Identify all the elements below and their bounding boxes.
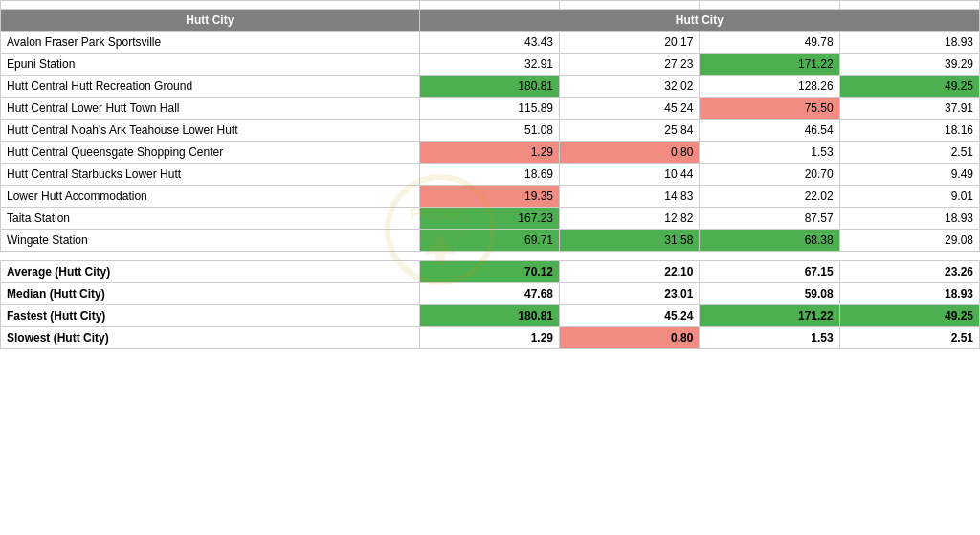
cell-location: Taita Station	[1, 208, 420, 230]
cell-summary-label: Median (Hutt City)	[1, 283, 420, 305]
cell-summary-skinny-dl: 1.53	[700, 327, 839, 349]
cell-summary-label: Slowest (Hutt City)	[1, 327, 420, 349]
cell-skinny-ul: 9.49	[839, 164, 979, 186]
cell-summary-spark-dl: 1.29	[419, 327, 559, 349]
cell-summary-skinny-dl: 171.22	[700, 305, 839, 327]
cell-skinny-ul: 9.01	[839, 186, 979, 208]
cell-summary-skinny-ul: 18.93	[839, 283, 979, 305]
cell-summary-spark-ul: 22.10	[560, 261, 700, 283]
table-row: Epuni Station 32.91 27.23 171.22 39.29	[1, 54, 980, 76]
table-row: Avalon Fraser Park Sportsville 43.43 20.…	[1, 32, 980, 54]
cell-spark-ul: 45.24	[560, 98, 700, 120]
cell-skinny-dl: 20.70	[700, 164, 839, 186]
cell-spark-ul: 20.17	[560, 32, 700, 54]
cell-skinny-ul: 39.29	[839, 54, 979, 76]
group-header-row: Hutt City Hutt City	[1, 10, 980, 32]
table-row: Wingate Station 69.71 31.58 68.38 29.08	[1, 230, 980, 252]
cell-skinny-ul: 18.93	[839, 32, 979, 54]
cell-spark-dl: 115.89	[419, 98, 559, 120]
header-skinny-download	[700, 1, 839, 10]
cell-location: Epuni Station	[1, 54, 420, 76]
spacer-row	[1, 252, 980, 261]
cell-spark-dl: 43.43	[419, 32, 559, 54]
table-row: Lower Hutt Accommodation 19.35 14.83 22.…	[1, 186, 980, 208]
cell-location: Hutt Central Hutt Recreation Ground	[1, 76, 420, 98]
cell-spark-dl: 69.71	[419, 230, 559, 252]
cell-spark-dl: 32.91	[419, 54, 559, 76]
cell-summary-skinny-dl: 67.15	[700, 261, 839, 283]
cell-spark-ul: 27.23	[560, 54, 700, 76]
table-row: Hutt Central Starbucks Lower Hutt 18.69 …	[1, 164, 980, 186]
cell-location: Wingate Station	[1, 230, 420, 252]
cell-skinny-dl: 49.78	[700, 32, 839, 54]
cell-skinny-ul: 18.93	[839, 208, 979, 230]
table-row: Hutt Central Noah's Ark Teahouse Lower H…	[1, 120, 980, 142]
cell-spark-dl: 167.23	[419, 208, 559, 230]
cell-skinny-dl: 128.26	[700, 76, 839, 98]
table-row: Taita Station 167.23 12.82 87.57 18.93	[1, 208, 980, 230]
cell-spark-ul: 12.82	[560, 208, 700, 230]
cell-location: Hutt Central Noah's Ark Teahouse Lower H…	[1, 120, 420, 142]
summary-row: Median (Hutt City) 47.68 23.01 59.08 18.…	[1, 283, 980, 305]
cell-summary-label: Average (Hutt City)	[1, 261, 420, 283]
cell-skinny-ul: 49.25	[839, 76, 979, 98]
cell-skinny-ul: 29.08	[839, 230, 979, 252]
cell-spark-dl: 19.35	[419, 186, 559, 208]
cell-skinny-dl: 22.02	[700, 186, 839, 208]
cell-spark-dl: 1.29	[419, 142, 559, 164]
header-spark-download	[419, 1, 559, 10]
cell-spark-dl: 51.08	[419, 120, 559, 142]
cell-location: Lower Hutt Accommodation	[1, 186, 420, 208]
cell-spark-dl: 18.69	[419, 164, 559, 186]
summary-row: Slowest (Hutt City) 1.29 0.80 1.53 2.51	[1, 327, 980, 349]
group-header-label: Hutt City	[419, 10, 979, 32]
header-skinny-upload	[839, 1, 979, 10]
table-row: Hutt Central Lower Hutt Town Hall 115.89…	[1, 98, 980, 120]
cell-skinny-ul: 18.16	[839, 120, 979, 142]
cell-summary-spark-ul: 0.80	[560, 327, 700, 349]
cell-skinny-ul: 2.51	[839, 142, 979, 164]
cell-summary-spark-ul: 45.24	[560, 305, 700, 327]
header-spark-upload	[560, 1, 700, 10]
cell-summary-spark-dl: 180.81	[419, 305, 559, 327]
cell-summary-spark-ul: 23.01	[560, 283, 700, 305]
cell-spark-ul: 10.44	[560, 164, 700, 186]
header-location	[1, 1, 420, 10]
table-row: Hutt Central Hutt Recreation Ground 180.…	[1, 76, 980, 98]
cell-spark-ul: 32.02	[560, 76, 700, 98]
cell-spark-ul: 14.83	[560, 186, 700, 208]
cell-location: Hutt Central Starbucks Lower Hutt	[1, 164, 420, 186]
main-container: Hutt City Hutt City Avalon Fraser Park S…	[0, 0, 980, 349]
cell-summary-skinny-ul: 49.25	[839, 305, 979, 327]
summary-row: Average (Hutt City) 70.12 22.10 67.15 23…	[1, 261, 980, 283]
cell-summary-spark-dl: 70.12	[419, 261, 559, 283]
cell-summary-skinny-dl: 59.08	[700, 283, 839, 305]
group-header-location: Hutt City	[1, 10, 420, 32]
cell-spark-ul: 31.58	[560, 230, 700, 252]
cell-skinny-dl: 68.38	[700, 230, 839, 252]
cell-summary-skinny-ul: 2.51	[839, 327, 979, 349]
data-table: Hutt City Hutt City Avalon Fraser Park S…	[0, 0, 980, 349]
cell-spark-ul: 25.84	[560, 120, 700, 142]
cell-location: Hutt Central Lower Hutt Town Hall	[1, 98, 420, 120]
cell-skinny-ul: 37.91	[839, 98, 979, 120]
cell-skinny-dl: 87.57	[700, 208, 839, 230]
cell-location: Hutt Central Queensgate Shopping Center	[1, 142, 420, 164]
cell-summary-skinny-ul: 23.26	[839, 261, 979, 283]
table-row: Hutt Central Queensgate Shopping Center …	[1, 142, 980, 164]
summary-row: Fastest (Hutt City) 180.81 45.24 171.22 …	[1, 305, 980, 327]
cell-location: Avalon Fraser Park Sportsville	[1, 32, 420, 54]
cell-spark-ul: 0.80	[560, 142, 700, 164]
cell-skinny-dl: 171.22	[700, 54, 839, 76]
cell-skinny-dl: 1.53	[700, 142, 839, 164]
cell-skinny-dl: 75.50	[700, 98, 839, 120]
cell-summary-spark-dl: 47.68	[419, 283, 559, 305]
cell-summary-label: Fastest (Hutt City)	[1, 305, 420, 327]
cell-skinny-dl: 46.54	[700, 120, 839, 142]
cell-spark-dl: 180.81	[419, 76, 559, 98]
